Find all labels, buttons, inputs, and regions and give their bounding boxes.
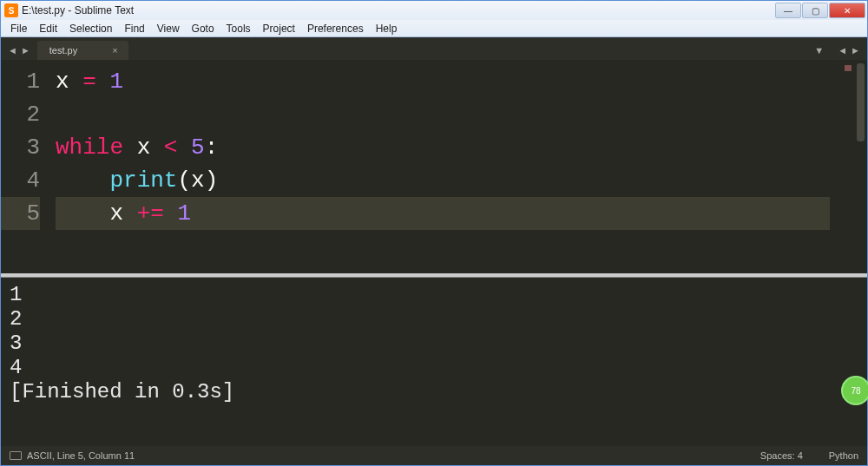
back-icon[interactable]: ◄ <box>8 45 17 56</box>
code-token: ) <box>205 167 219 194</box>
vertical-scrollbar[interactable] <box>854 60 867 273</box>
code-token: = <box>82 69 96 95</box>
status-bar: ASCII, Line 5, Column 11 Spaces: 4 Pytho… <box>1 446 867 465</box>
line-number: 3 <box>26 135 40 161</box>
tab-next-icon[interactable]: ► <box>851 45 860 56</box>
tab-close-icon[interactable]: × <box>112 45 117 56</box>
code-token: ( <box>177 167 191 194</box>
code-token: x <box>191 167 205 194</box>
code-token: 5 <box>191 135 205 161</box>
app-icon: S <box>4 3 18 17</box>
minimap[interactable] <box>837 60 854 273</box>
tab-bar: ◄ ► test.py × ▼ ◄ ► <box>1 37 867 60</box>
menu-find[interactable]: Find <box>118 21 150 36</box>
close-button[interactable]: ✕ <box>829 3 865 18</box>
tab-testpy[interactable]: test.py × <box>37 41 128 60</box>
menu-file[interactable]: File <box>4 21 33 36</box>
floating-badge[interactable]: 78 <box>841 376 868 405</box>
editor-pane: 1 2 3 4 5 x = 1while x < 5: print(x) x +… <box>1 60 867 277</box>
menu-tools[interactable]: Tools <box>220 21 257 36</box>
code-token: x <box>109 200 123 226</box>
line-number: 5 <box>1 197 40 230</box>
line-number: 2 <box>26 102 40 128</box>
code-token: 1 <box>177 200 191 226</box>
line-number-gutter: 1 2 3 4 5 <box>1 60 49 273</box>
window-titlebar: S E:\test.py - Sublime Text — ▢ ✕ <box>1 1 867 20</box>
menu-view[interactable]: View <box>151 21 186 36</box>
maximize-button[interactable]: ▢ <box>802 3 828 18</box>
history-nav: ◄ ► <box>8 45 30 60</box>
minimap-viewport[interactable] <box>845 65 852 71</box>
tab-dropdown-icon[interactable]: ▼ <box>814 45 824 56</box>
menu-selection[interactable]: Selection <box>63 21 118 36</box>
forward-icon[interactable]: ► <box>21 45 30 56</box>
tab-prev-icon[interactable]: ◄ <box>838 45 847 56</box>
status-position[interactable]: ASCII, Line 5, Column 11 <box>27 450 135 461</box>
code-token: 1 <box>109 69 123 95</box>
code-token: x <box>56 69 69 95</box>
code-token: print <box>109 167 177 194</box>
build-output-panel[interactable]: 1 2 3 4 [Finished in 0.3s] <box>1 277 867 446</box>
code-token: x <box>137 135 151 161</box>
window-title: E:\test.py - Sublime Text <box>22 4 775 16</box>
menu-help[interactable]: Help <box>370 21 404 36</box>
minimize-button[interactable]: — <box>775 3 801 18</box>
tab-label: test.py <box>49 45 77 56</box>
code-token: while <box>56 135 123 161</box>
menu-preferences[interactable]: Preferences <box>301 21 370 36</box>
menu-goto[interactable]: Goto <box>186 21 220 36</box>
window-controls: — ▢ ✕ <box>775 3 865 18</box>
code-token: += <box>137 200 164 226</box>
console-toggle-icon[interactable] <box>10 451 22 460</box>
output-line: 3 <box>10 331 22 355</box>
output-line: 4 <box>10 356 22 379</box>
tab-nav: ▼ ◄ ► <box>814 45 860 60</box>
scrollbar-thumb[interactable] <box>857 63 865 141</box>
line-number: 4 <box>26 167 40 194</box>
menu-bar: File Edit Selection Find View Goto Tools… <box>1 20 867 37</box>
code-token: < <box>164 135 178 161</box>
badge-value: 78 <box>851 386 860 396</box>
output-line: [Finished in 0.3s] <box>10 380 234 404</box>
line-number: 1 <box>26 69 40 95</box>
code-editor[interactable]: x = 1while x < 5: print(x) x += 1 <box>49 60 837 273</box>
status-indent[interactable]: Spaces: 4 <box>760 450 803 461</box>
output-line: 2 <box>10 307 22 331</box>
code-token: : <box>205 135 219 161</box>
menu-edit[interactable]: Edit <box>33 21 63 36</box>
output-line: 1 <box>10 283 22 306</box>
status-syntax[interactable]: Python <box>829 450 858 461</box>
menu-project[interactable]: Project <box>257 21 301 36</box>
